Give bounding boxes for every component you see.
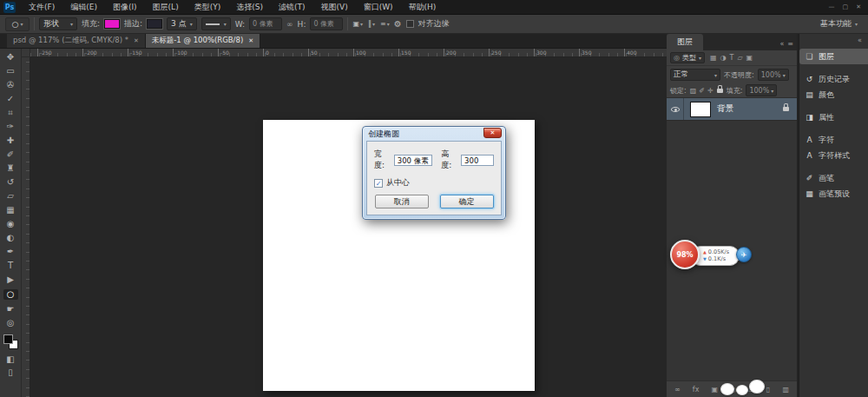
visibility-toggle[interactable] xyxy=(667,98,684,120)
layer-mask-icon[interactable]: ▣ xyxy=(712,386,719,394)
dialog-title-bar[interactable]: 创建椭圆 ✕ xyxy=(366,127,502,141)
menu-item-2[interactable]: 图像(I) xyxy=(105,0,145,14)
cancel-button[interactable]: 取消 xyxy=(375,195,429,208)
eraser-tool[interactable]: ▱ xyxy=(3,192,18,201)
dock-item-properties[interactable]: ◨属性 xyxy=(799,109,868,125)
ellipse-width-input[interactable]: 300 像素 xyxy=(394,155,433,166)
color-swatches[interactable] xyxy=(3,334,18,349)
blend-mode-select[interactable]: 正常 ▾ xyxy=(670,69,720,81)
filter-type-select[interactable]: ◎ 类型 ▾ xyxy=(670,52,705,63)
fill-field[interactable]: 100% ▾ xyxy=(746,84,777,96)
vertical-ruler[interactable] xyxy=(22,57,30,397)
hand-tool[interactable]: ☛ xyxy=(3,305,18,314)
maximize-button[interactable]: ▢ xyxy=(843,3,849,10)
shape-height-input[interactable]: 0 像素 xyxy=(310,17,343,30)
align-edges-checkbox[interactable] xyxy=(406,20,414,28)
stroke-width-select[interactable]: 3 点 ▾ xyxy=(167,17,197,30)
dock-item-brush-presets[interactable]: ▦画笔预设 xyxy=(799,186,868,202)
pen-tool[interactable]: ✒ xyxy=(3,248,18,256)
from-center-checkbox[interactable]: ✓ xyxy=(374,179,383,188)
gear-icon[interactable]: ⚙ xyxy=(394,19,402,29)
eyedropper-tool[interactable]: ✑ xyxy=(3,122,18,131)
blur-tool[interactable]: ◉ xyxy=(3,220,18,228)
move-tool[interactable]: ✥ xyxy=(3,53,18,62)
marquee-tool[interactable]: ▭ xyxy=(3,67,18,76)
document-tab-1[interactable]: 未标题-1 @ 100%(RGB/8)✕ xyxy=(146,34,260,48)
lock-transparency-icon[interactable]: ▨ xyxy=(690,87,697,95)
opacity-field[interactable]: 100% ▾ xyxy=(758,69,789,81)
lasso-tool[interactable]: ✇ xyxy=(3,81,18,89)
menu-item-4[interactable]: 类型(Y) xyxy=(187,0,229,14)
dodge-tool[interactable]: ◐ xyxy=(3,234,18,242)
network-speed-widget[interactable]: ▲ 0.05K/s ▼ 0.1K/s 98% ✈ xyxy=(670,240,752,273)
filter-adjustment-icon[interactable]: ◑ xyxy=(720,54,727,62)
workspace-switcher[interactable]: 基本功能 ▾ xyxy=(815,18,863,30)
layer-thumbnail[interactable] xyxy=(690,102,711,117)
dock-item-brush[interactable]: ✐画笔 xyxy=(799,170,868,186)
ellipse-height-input[interactable]: 300 xyxy=(461,155,494,166)
brush-tool[interactable]: ✐ xyxy=(3,150,18,159)
dock-item-character-styles[interactable]: A字符样式 xyxy=(799,148,868,163)
lock-all-icon[interactable] xyxy=(717,89,723,93)
dock-item-character[interactable]: A字符 xyxy=(799,132,868,148)
close-tab-icon[interactable]: ✕ xyxy=(248,37,253,44)
new-layer-icon[interactable]: ▯ xyxy=(766,386,770,394)
path-operations-button[interactable]: ▣▾ xyxy=(352,20,363,28)
path-selection-tool[interactable]: ▶ xyxy=(3,275,18,284)
path-alignment-button[interactable]: ‖▾ xyxy=(368,20,375,28)
ellipse-shape-tool[interactable]: ○ xyxy=(3,289,18,300)
filter-shape-icon[interactable]: ▱ xyxy=(737,54,742,62)
layer-style-icon[interactable]: fx xyxy=(693,386,700,394)
menu-item-9[interactable]: 帮助(H) xyxy=(401,0,444,14)
clone-stamp-tool[interactable]: ♜ xyxy=(3,164,18,173)
tab-layers[interactable]: 图层 xyxy=(667,34,703,50)
quick-selection-tool[interactable]: ✓ xyxy=(3,95,18,103)
menu-item-1[interactable]: 编辑(E) xyxy=(62,0,105,14)
filter-pixel-icon[interactable]: ▦ xyxy=(710,54,717,62)
filter-smart-object-icon[interactable]: ▣ xyxy=(746,54,753,62)
tool-preset-button[interactable]: ○ ▾ xyxy=(5,17,30,31)
delete-layer-icon[interactable]: ▥ xyxy=(782,386,789,394)
ok-button[interactable]: 确定 xyxy=(440,195,494,208)
horizontal-ruler[interactable]: -250-200-150-100-50050100150200250300350… xyxy=(30,49,667,57)
menu-item-6[interactable]: 滤镜(T) xyxy=(271,0,313,14)
link-layers-icon[interactable]: ∞ xyxy=(674,386,681,394)
link-dimensions-icon[interactable]: ∞ xyxy=(286,20,293,29)
filter-type-icon[interactable]: T xyxy=(730,54,734,62)
rocket-icon[interactable]: ✈ xyxy=(736,247,752,262)
stroke-swatch[interactable] xyxy=(147,19,162,29)
panel-menu-icon[interactable]: ≡ xyxy=(787,40,793,48)
dock-item-color[interactable]: ▤颜色 xyxy=(799,87,868,103)
dock-item-layers[interactable]: ❏图层 xyxy=(799,49,868,64)
stroke-style-select[interactable]: ▾ xyxy=(201,17,231,30)
path-arrangement-button[interactable]: ≡▾ xyxy=(380,20,390,28)
layer-row-background[interactable]: 背景 xyxy=(667,98,797,121)
close-window-button[interactable]: ✕ xyxy=(856,3,861,10)
gradient-tool[interactable]: ▦ xyxy=(3,206,18,215)
close-tab-icon[interactable]: ✕ xyxy=(134,37,139,44)
fill-swatch[interactable] xyxy=(104,19,120,29)
collapse-panels-icon[interactable]: « xyxy=(779,40,784,48)
tool-mode-select[interactable]: 形状 ▾ xyxy=(39,17,77,30)
menu-item-0[interactable]: 文件(F) xyxy=(21,0,62,14)
spot-healing-tool[interactable]: ✚ xyxy=(3,136,18,145)
screen-mode-button[interactable]: ▯ xyxy=(3,368,18,377)
collapse-dock-icon[interactable]: « xyxy=(858,36,862,44)
menu-item-7[interactable]: 视图(V) xyxy=(312,0,355,14)
shape-width-input[interactable]: 0 像素 xyxy=(249,17,282,30)
ruler-corner[interactable] xyxy=(22,49,30,57)
menu-item-3[interactable]: 图层(L) xyxy=(145,0,187,14)
type-tool[interactable]: T xyxy=(3,261,18,270)
document-tab-0[interactable]: psd @ 117% (二维码, CMYK/8) *✕ xyxy=(7,34,146,48)
zoom-tool[interactable]: ◎ xyxy=(3,319,18,328)
lock-image-icon[interactable]: ✐ xyxy=(699,87,705,95)
quick-mask-button[interactable]: ◧ xyxy=(3,355,18,364)
foreground-color-swatch[interactable] xyxy=(3,334,13,344)
menu-item-5[interactable]: 选择(S) xyxy=(228,0,271,14)
menu-item-8[interactable]: 窗口(W) xyxy=(356,0,401,14)
lock-position-icon[interactable]: ✛ xyxy=(707,87,713,95)
history-brush-tool[interactable]: ↺ xyxy=(3,178,18,187)
speed-ball[interactable]: 98% xyxy=(670,240,700,269)
minimize-button[interactable]: — xyxy=(829,3,835,10)
dock-item-history[interactable]: ↺历史记录 xyxy=(799,71,868,87)
